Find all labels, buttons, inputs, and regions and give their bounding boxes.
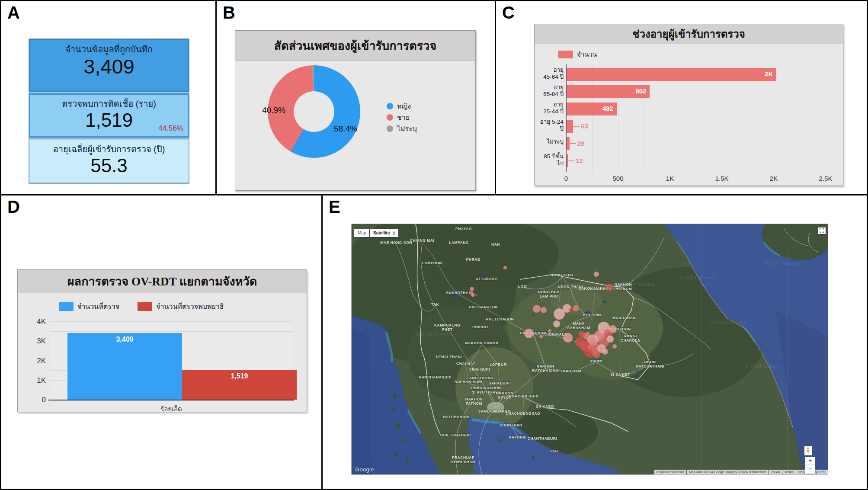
axis-tick-label: 1.5K (709, 175, 735, 182)
pegman-icon (806, 447, 810, 455)
category-line: ไป (532, 160, 564, 167)
map-province-label: MAE HONG SON (380, 240, 412, 245)
map-data-circle[interactable] (553, 320, 560, 327)
bar[interactable]: 3,409 (67, 333, 182, 400)
category-line: 65-84 ปี (532, 91, 564, 98)
legend-item[interactable]: ไม่ระบุ (387, 125, 417, 132)
bar[interactable]: 802 (567, 85, 650, 98)
bar[interactable]: 1,519 (182, 370, 297, 400)
map-data-circle[interactable] (594, 272, 599, 277)
panel-letter-e: E (329, 197, 340, 217)
map-province-label: PHRAE (466, 257, 480, 262)
google-logo: Google (355, 466, 374, 473)
map-province-label: PHITSANULOK (469, 305, 498, 309)
bar[interactable] (567, 120, 573, 133)
map-data-circle[interactable] (606, 284, 613, 291)
map-province-label: RATCHABURI (443, 415, 469, 419)
map-province-label: NAKHONPATHOM (465, 397, 483, 406)
kpi-value: 3,409 (30, 55, 188, 78)
map-data-circle[interactable] (569, 308, 572, 312)
map-province-label: PHETCHABURI (442, 433, 471, 437)
category-label: ไม่ระบุ (532, 138, 564, 145)
map-data-circle[interactable] (503, 266, 507, 269)
terms-link[interactable]: Terms (782, 470, 795, 474)
legend-label: จำนวนที่ตรวจ (77, 301, 119, 312)
map-data-circle[interactable] (602, 349, 608, 355)
map-province-label: LAMPHUN (422, 261, 442, 265)
legend-item[interactable]: จำนวนที่ตรวจพบพยาธิ (138, 301, 224, 312)
map-data-circle[interactable] (563, 333, 573, 343)
legend-item[interactable]: ชาย (387, 114, 417, 121)
map-province-label: UTHAI THANI (436, 355, 462, 359)
map-province-label: TRAT (549, 449, 559, 453)
location-button[interactable] (390, 229, 398, 237)
map-province-label: CHANTHABURI (528, 436, 557, 441)
legend-label: ไม่ระบุ (397, 123, 417, 134)
map-province-label: SURIN (590, 359, 602, 363)
kpi-value: 55.3 (30, 155, 188, 177)
category-label: 85 ปีขึ้นไป (532, 153, 564, 167)
kpi-card-average-age[interactable]: อายุเฉลี่ยผู้เข้ารับการตรวจ (ปี) 55.3 (29, 139, 189, 183)
kpi-label: จำนวนข้อมูลที่ถูกบันทึก (30, 44, 188, 55)
age-chart-card: ช่วงอายุผู้เข้ารับการตรวจ จำนวน 05001K1.… (534, 24, 843, 186)
fullscreen-icon (820, 228, 824, 233)
map-data-circle[interactable] (541, 307, 547, 313)
category-line: อายุ 5-24 (532, 118, 564, 125)
map-data-circle[interactable] (612, 344, 617, 349)
map-data-circle[interactable] (471, 293, 474, 297)
map-data-circle[interactable] (470, 287, 474, 291)
bar[interactable] (567, 137, 570, 150)
category-line: ไม่ระบุ (532, 138, 564, 145)
kpi-card-infected[interactable]: ตรวจพบการติดเชื้อ (ราย) 1,519 44.56% (29, 93, 189, 138)
map-province-label: SING BURI (469, 367, 490, 372)
bar[interactable] (567, 154, 568, 167)
map-data-circle[interactable] (548, 329, 551, 333)
fullscreen-button[interactable] (818, 227, 826, 234)
category-label: อายุ45-64 ปี (532, 67, 564, 80)
map-data-circle[interactable] (609, 325, 617, 333)
map-province-label: SA KAEO (536, 404, 554, 409)
zoom-out-button[interactable]: − (805, 465, 815, 473)
location-icon (391, 231, 397, 236)
google-watermark: © 2024 Google (416, 332, 451, 336)
map-data-circle[interactable] (573, 305, 579, 311)
map-province-label: LAMPANG (449, 240, 469, 245)
axis-tick-label: 3K (20, 337, 46, 346)
map-data-circle[interactable] (579, 331, 585, 337)
axis-tick-label: 2K (761, 175, 787, 182)
age-chart-title: ช่วงอายุผู้เข้ารับการตรวจ (535, 24, 843, 44)
province-chart-title: ผลการตรวจ OV-RDT แยกตามจังหวัด (18, 270, 307, 293)
category-line: อายุ (532, 67, 564, 74)
legend-item[interactable]: จำนวนที่ตรวจ (59, 301, 119, 312)
panel-letter-d: D (7, 197, 20, 217)
map-data-circle[interactable] (584, 349, 593, 357)
map-province-label: PHAYAO (455, 227, 472, 231)
keyboard-shortcuts-link[interactable]: Keyboard shortcuts (654, 470, 687, 474)
bar[interactable]: 482 (567, 102, 617, 115)
map-province-label: LOEI (518, 284, 528, 288)
map-data-circle[interactable] (533, 305, 541, 313)
zoom-in-button[interactable]: + (805, 457, 815, 465)
kpi-card-records[interactable]: จำนวนข้อมูลที่ถูกบันทึก 3,409 (29, 39, 189, 92)
age-chart-legend[interactable]: จำนวน (558, 49, 597, 60)
map-province-label: CHACHOENGSAO (506, 411, 540, 416)
satellite-map[interactable]: © 2024 Google© 2024 Google© 2024 Google©… (351, 224, 828, 475)
axis-tick-label: 500 (605, 175, 631, 182)
legend-label: ชาย (397, 112, 410, 123)
map-data-circle[interactable] (524, 329, 534, 338)
axis-tick-label: 2.5K (813, 175, 839, 182)
gender-chart-title: สัดส่วนเพศของผู้เข้ารับการตรวจ (235, 31, 475, 61)
map-data-circle[interactable] (539, 335, 543, 338)
map-view-button[interactable]: Map (354, 229, 369, 237)
value-leader-line (570, 143, 576, 144)
map-data-circle[interactable] (593, 350, 600, 358)
pegman-button[interactable] (804, 446, 812, 455)
legend-item[interactable]: หญิง (387, 102, 417, 110)
map-province-label: NAKHONPHANOM (615, 282, 632, 291)
bar-value-label: 802 (635, 87, 646, 95)
bar[interactable]: 2K (567, 68, 776, 81)
map-data-circle[interactable] (474, 294, 477, 296)
axis-tick-label: 2K (20, 357, 46, 365)
category-line: 25-44 ปี (532, 108, 564, 115)
map-data-circle[interactable] (607, 336, 614, 343)
